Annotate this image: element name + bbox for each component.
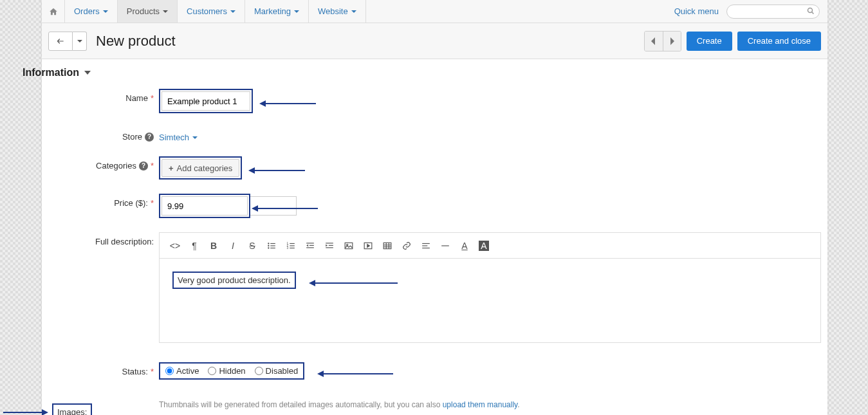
tool-ul-icon[interactable]: [263, 237, 281, 255]
nav-item-customers[interactable]: Customers: [178, 0, 245, 23]
help-icon[interactable]: ?: [145, 133, 154, 142]
svg-rect-18: [329, 244, 333, 245]
tool-textcolor-icon[interactable]: A: [456, 237, 474, 255]
row-images: Images: Thumbnails will be generated fro…: [48, 399, 821, 415]
nav-home[interactable]: [42, 0, 65, 23]
name-input[interactable]: [162, 91, 250, 111]
tool-italic-icon[interactable]: I: [224, 237, 242, 255]
arrow-annotation: [259, 100, 316, 107]
required-mark: *: [151, 367, 154, 376]
arrow-annotation: [3, 409, 48, 416]
nav-label: Products: [127, 6, 160, 16]
arrow-annotation: [252, 205, 318, 212]
content: Information Name* Store ?: [42, 59, 827, 415]
upload-manually-link[interactable]: upload them manually: [443, 400, 518, 409]
back-button-group: [48, 32, 87, 51]
chevron-down-icon: [294, 10, 299, 13]
svg-rect-31: [441, 245, 449, 246]
svg-point-2: [268, 243, 269, 244]
tool-ol-icon[interactable]: 123: [282, 237, 300, 255]
tool-link-icon[interactable]: [398, 237, 416, 255]
highlight-box: [159, 89, 253, 113]
price-input[interactable]: [162, 196, 248, 216]
nav-item-website[interactable]: Website: [309, 0, 366, 23]
tool-hr-icon[interactable]: [436, 237, 454, 255]
tool-bold-icon[interactable]: B: [205, 237, 223, 255]
highlight-box: Active Hidden Disabled: [159, 362, 304, 380]
svg-rect-9: [290, 243, 295, 243]
radio-input[interactable]: [208, 367, 216, 375]
required-mark: *: [151, 198, 154, 208]
pager: [644, 31, 681, 51]
tool-paragraph-icon[interactable]: ¶: [185, 237, 203, 255]
arrow-annotation: [309, 280, 398, 286]
search-input[interactable]: [726, 5, 820, 19]
row-status: Status:* Active Hidden Disabled: [48, 362, 821, 380]
tool-indent-icon[interactable]: [320, 237, 338, 255]
section-title: Information: [23, 67, 79, 78]
back-button[interactable]: [48, 32, 73, 51]
description-text: Very good product description.: [178, 275, 291, 285]
tool-align-icon[interactable]: [417, 237, 435, 255]
chevron-down-icon: [163, 10, 168, 13]
editor-toolbar: <> ¶ B I S 123 A A: [160, 233, 820, 259]
tool-table-icon[interactable]: [378, 237, 396, 255]
nav-item-orders[interactable]: Orders: [65, 0, 118, 23]
tool-code-icon[interactable]: <>: [166, 237, 184, 255]
svg-point-4: [268, 244, 269, 246]
highlight-box: Images:: [52, 403, 92, 415]
arrow-annotation: [248, 167, 305, 174]
help-icon[interactable]: ?: [139, 161, 148, 171]
svg-point-6: [268, 247, 269, 248]
radio-input[interactable]: [255, 367, 263, 375]
create-button[interactable]: Create: [687, 32, 732, 51]
nav-item-products[interactable]: Products: [118, 0, 178, 23]
radio-hidden[interactable]: Hidden: [208, 366, 245, 376]
radio-input[interactable]: [165, 367, 174, 375]
plus-icon: +: [169, 163, 174, 173]
quick-menu-link[interactable]: Quick menu: [674, 6, 719, 16]
svg-rect-23: [383, 243, 391, 248]
row-name: Name*: [48, 89, 821, 113]
page-title: New product: [96, 33, 176, 50]
back-dropdown[interactable]: [73, 32, 87, 51]
title-actions: Create Create and close: [644, 31, 821, 51]
row-price: Price ($):*: [48, 194, 821, 218]
label-full-description: Full description:: [48, 232, 159, 246]
svg-rect-13: [290, 247, 295, 248]
home-icon: [49, 7, 58, 16]
svg-rect-28: [422, 243, 430, 243]
titlebar: New product Create Create and close: [42, 23, 827, 59]
tool-video-icon[interactable]: [359, 237, 377, 255]
images-hint: Thumbnails will be generated from detail…: [159, 399, 821, 409]
add-categories-button[interactable]: + Add categories: [162, 159, 239, 177]
highlight-box: [159, 194, 250, 218]
radio-active[interactable]: Active: [165, 366, 199, 376]
label-price: Price ($):*: [48, 194, 159, 208]
pager-next[interactable]: [663, 32, 681, 51]
tool-outdent-icon[interactable]: [301, 237, 319, 255]
label-images: Images:: [57, 407, 87, 415]
tool-strike-icon[interactable]: S: [243, 237, 261, 255]
highlight-box: + Add categories: [159, 156, 242, 180]
create-close-button[interactable]: Create and close: [737, 32, 821, 51]
svg-rect-15: [309, 244, 314, 245]
top-nav: Orders Products Customers Marketing Webs…: [42, 0, 827, 23]
arrow-annotation: [317, 371, 393, 377]
row-store: Store ? Simtech: [48, 127, 821, 142]
rich-text-editor: <> ¶ B I S 123 A A: [159, 232, 821, 343]
svg-rect-3: [270, 243, 275, 243]
highlight-box: Very good product description.: [172, 272, 296, 289]
chevron-down-icon: [84, 71, 91, 75]
section-information[interactable]: Information: [23, 67, 821, 78]
tool-bgcolor-icon[interactable]: A: [475, 237, 493, 255]
label-status: Status:*: [48, 362, 159, 376]
radio-disabled[interactable]: Disabled: [255, 366, 299, 376]
pager-prev[interactable]: [645, 32, 663, 51]
svg-rect-20: [345, 243, 353, 248]
editor-body[interactable]: Very good product description.: [160, 259, 820, 342]
chevron-down-icon: [192, 136, 198, 139]
store-selector[interactable]: Simtech: [159, 127, 198, 142]
tool-image-icon[interactable]: [340, 237, 358, 255]
nav-item-marketing[interactable]: Marketing: [245, 0, 309, 23]
